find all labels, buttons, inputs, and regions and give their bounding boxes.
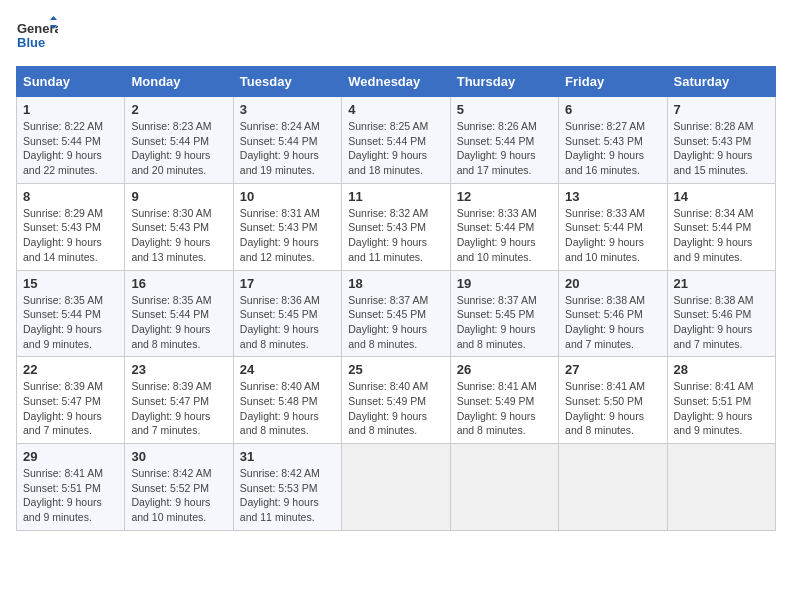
day-info: Sunrise: 8:40 AMSunset: 5:48 PMDaylight:… — [240, 379, 335, 438]
calendar-cell: 11Sunrise: 8:32 AMSunset: 5:43 PMDayligh… — [342, 183, 450, 270]
calendar-week-4: 22Sunrise: 8:39 AMSunset: 5:47 PMDayligh… — [17, 357, 776, 444]
day-info: Sunrise: 8:27 AMSunset: 5:43 PMDaylight:… — [565, 119, 660, 178]
calendar-cell: 17Sunrise: 8:36 AMSunset: 5:45 PMDayligh… — [233, 270, 341, 357]
day-info: Sunrise: 8:39 AMSunset: 5:47 PMDaylight:… — [131, 379, 226, 438]
logo: General Blue — [16, 16, 58, 58]
day-number: 23 — [131, 362, 226, 377]
day-info: Sunrise: 8:41 AMSunset: 5:51 PMDaylight:… — [674, 379, 769, 438]
day-info: Sunrise: 8:24 AMSunset: 5:44 PMDaylight:… — [240, 119, 335, 178]
day-number: 6 — [565, 102, 660, 117]
day-info: Sunrise: 8:38 AMSunset: 5:46 PMDaylight:… — [674, 293, 769, 352]
day-number: 4 — [348, 102, 443, 117]
calendar-cell: 26Sunrise: 8:41 AMSunset: 5:49 PMDayligh… — [450, 357, 558, 444]
day-info: Sunrise: 8:42 AMSunset: 5:53 PMDaylight:… — [240, 466, 335, 525]
calendar-cell: 14Sunrise: 8:34 AMSunset: 5:44 PMDayligh… — [667, 183, 775, 270]
day-info: Sunrise: 8:38 AMSunset: 5:46 PMDaylight:… — [565, 293, 660, 352]
header-wednesday: Wednesday — [342, 67, 450, 97]
day-info: Sunrise: 8:31 AMSunset: 5:43 PMDaylight:… — [240, 206, 335, 265]
calendar-cell: 19Sunrise: 8:37 AMSunset: 5:45 PMDayligh… — [450, 270, 558, 357]
day-number: 20 — [565, 276, 660, 291]
day-number: 10 — [240, 189, 335, 204]
calendar-cell: 23Sunrise: 8:39 AMSunset: 5:47 PMDayligh… — [125, 357, 233, 444]
header-sunday: Sunday — [17, 67, 125, 97]
calendar-cell: 28Sunrise: 8:41 AMSunset: 5:51 PMDayligh… — [667, 357, 775, 444]
calendar-cell: 12Sunrise: 8:33 AMSunset: 5:44 PMDayligh… — [450, 183, 558, 270]
calendar-cell: 29Sunrise: 8:41 AMSunset: 5:51 PMDayligh… — [17, 444, 125, 531]
day-number: 3 — [240, 102, 335, 117]
header-monday: Monday — [125, 67, 233, 97]
day-number: 16 — [131, 276, 226, 291]
calendar-week-3: 15Sunrise: 8:35 AMSunset: 5:44 PMDayligh… — [17, 270, 776, 357]
day-number: 2 — [131, 102, 226, 117]
day-info: Sunrise: 8:35 AMSunset: 5:44 PMDaylight:… — [131, 293, 226, 352]
calendar-cell: 8Sunrise: 8:29 AMSunset: 5:43 PMDaylight… — [17, 183, 125, 270]
day-number: 31 — [240, 449, 335, 464]
calendar-cell: 3Sunrise: 8:24 AMSunset: 5:44 PMDaylight… — [233, 97, 341, 184]
day-info: Sunrise: 8:33 AMSunset: 5:44 PMDaylight:… — [457, 206, 552, 265]
header-row: SundayMondayTuesdayWednesdayThursdayFrid… — [17, 67, 776, 97]
calendar-table: SundayMondayTuesdayWednesdayThursdayFrid… — [16, 66, 776, 531]
day-number: 14 — [674, 189, 769, 204]
header-friday: Friday — [559, 67, 667, 97]
day-number: 21 — [674, 276, 769, 291]
calendar-cell — [559, 444, 667, 531]
calendar-cell — [450, 444, 558, 531]
day-number: 29 — [23, 449, 118, 464]
header-thursday: Thursday — [450, 67, 558, 97]
calendar-cell: 21Sunrise: 8:38 AMSunset: 5:46 PMDayligh… — [667, 270, 775, 357]
day-info: Sunrise: 8:30 AMSunset: 5:43 PMDaylight:… — [131, 206, 226, 265]
day-number: 22 — [23, 362, 118, 377]
calendar-week-2: 8Sunrise: 8:29 AMSunset: 5:43 PMDaylight… — [17, 183, 776, 270]
calendar-cell — [342, 444, 450, 531]
page-header: General Blue — [16, 16, 776, 58]
svg-text:Blue: Blue — [17, 35, 45, 50]
header-saturday: Saturday — [667, 67, 775, 97]
day-number: 18 — [348, 276, 443, 291]
day-number: 19 — [457, 276, 552, 291]
day-info: Sunrise: 8:35 AMSunset: 5:44 PMDaylight:… — [23, 293, 118, 352]
day-info: Sunrise: 8:29 AMSunset: 5:43 PMDaylight:… — [23, 206, 118, 265]
calendar-cell: 2Sunrise: 8:23 AMSunset: 5:44 PMDaylight… — [125, 97, 233, 184]
day-info: Sunrise: 8:34 AMSunset: 5:44 PMDaylight:… — [674, 206, 769, 265]
day-info: Sunrise: 8:37 AMSunset: 5:45 PMDaylight:… — [457, 293, 552, 352]
calendar-cell: 31Sunrise: 8:42 AMSunset: 5:53 PMDayligh… — [233, 444, 341, 531]
calendar-cell: 4Sunrise: 8:25 AMSunset: 5:44 PMDaylight… — [342, 97, 450, 184]
calendar-cell: 30Sunrise: 8:42 AMSunset: 5:52 PMDayligh… — [125, 444, 233, 531]
calendar-cell: 25Sunrise: 8:40 AMSunset: 5:49 PMDayligh… — [342, 357, 450, 444]
calendar-cell: 6Sunrise: 8:27 AMSunset: 5:43 PMDaylight… — [559, 97, 667, 184]
day-info: Sunrise: 8:36 AMSunset: 5:45 PMDaylight:… — [240, 293, 335, 352]
calendar-cell: 16Sunrise: 8:35 AMSunset: 5:44 PMDayligh… — [125, 270, 233, 357]
day-number: 8 — [23, 189, 118, 204]
calendar-cell: 22Sunrise: 8:39 AMSunset: 5:47 PMDayligh… — [17, 357, 125, 444]
calendar-cell: 10Sunrise: 8:31 AMSunset: 5:43 PMDayligh… — [233, 183, 341, 270]
day-info: Sunrise: 8:40 AMSunset: 5:49 PMDaylight:… — [348, 379, 443, 438]
logo-icon: General Blue — [16, 16, 58, 58]
day-info: Sunrise: 8:39 AMSunset: 5:47 PMDaylight:… — [23, 379, 118, 438]
calendar-cell: 15Sunrise: 8:35 AMSunset: 5:44 PMDayligh… — [17, 270, 125, 357]
day-number: 12 — [457, 189, 552, 204]
day-number: 11 — [348, 189, 443, 204]
day-info: Sunrise: 8:25 AMSunset: 5:44 PMDaylight:… — [348, 119, 443, 178]
calendar-cell: 27Sunrise: 8:41 AMSunset: 5:50 PMDayligh… — [559, 357, 667, 444]
day-info: Sunrise: 8:23 AMSunset: 5:44 PMDaylight:… — [131, 119, 226, 178]
day-info: Sunrise: 8:37 AMSunset: 5:45 PMDaylight:… — [348, 293, 443, 352]
calendar-cell: 13Sunrise: 8:33 AMSunset: 5:44 PMDayligh… — [559, 183, 667, 270]
day-info: Sunrise: 8:33 AMSunset: 5:44 PMDaylight:… — [565, 206, 660, 265]
calendar-cell: 18Sunrise: 8:37 AMSunset: 5:45 PMDayligh… — [342, 270, 450, 357]
day-info: Sunrise: 8:28 AMSunset: 5:43 PMDaylight:… — [674, 119, 769, 178]
day-info: Sunrise: 8:32 AMSunset: 5:43 PMDaylight:… — [348, 206, 443, 265]
day-number: 25 — [348, 362, 443, 377]
day-number: 24 — [240, 362, 335, 377]
calendar-cell: 7Sunrise: 8:28 AMSunset: 5:43 PMDaylight… — [667, 97, 775, 184]
day-number: 7 — [674, 102, 769, 117]
day-number: 15 — [23, 276, 118, 291]
calendar-cell: 1Sunrise: 8:22 AMSunset: 5:44 PMDaylight… — [17, 97, 125, 184]
calendar-week-1: 1Sunrise: 8:22 AMSunset: 5:44 PMDaylight… — [17, 97, 776, 184]
day-number: 9 — [131, 189, 226, 204]
calendar-cell: 9Sunrise: 8:30 AMSunset: 5:43 PMDaylight… — [125, 183, 233, 270]
day-number: 27 — [565, 362, 660, 377]
calendar-cell: 20Sunrise: 8:38 AMSunset: 5:46 PMDayligh… — [559, 270, 667, 357]
day-info: Sunrise: 8:41 AMSunset: 5:51 PMDaylight:… — [23, 466, 118, 525]
day-info: Sunrise: 8:22 AMSunset: 5:44 PMDaylight:… — [23, 119, 118, 178]
svg-marker-2 — [50, 16, 57, 20]
